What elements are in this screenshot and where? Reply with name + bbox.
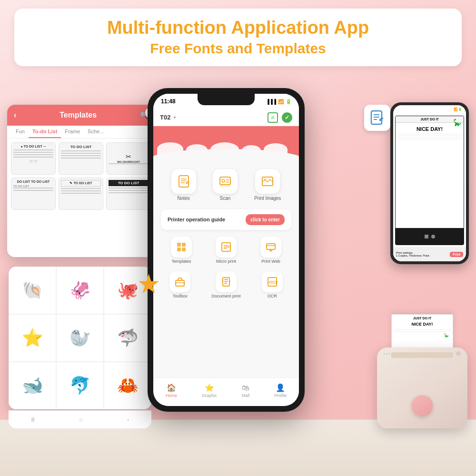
scan-item[interactable]: Scan xyxy=(213,169,238,201)
phone-main-content: Notes Scan xyxy=(153,126,299,377)
toolbox-label: Toolbox xyxy=(173,294,188,298)
tab-frame[interactable]: Frame xyxy=(61,126,84,138)
svg-point-5 xyxy=(222,179,225,182)
template-card-1[interactable]: ● TO DO LIST ··· ♡ ♡ xyxy=(11,142,56,175)
nav-home-label: Home xyxy=(166,393,177,398)
print-web-label: Print Web xyxy=(261,259,280,264)
templates-icon xyxy=(176,242,187,252)
svg-rect-26 xyxy=(224,279,228,280)
nav-profile[interactable]: 👤 Profile xyxy=(274,383,287,398)
print-web-icon xyxy=(266,242,276,252)
tab-fun[interactable]: Fun xyxy=(12,126,29,138)
svg-rect-6 xyxy=(226,179,229,180)
template-card-5[interactable]: ✎ TO DO LIST xyxy=(59,178,103,210)
guide-text: Printer operation guide xyxy=(168,216,225,223)
print-images-item[interactable]: Print Images xyxy=(254,169,281,201)
document-print-icon xyxy=(221,277,231,287)
signal-icon: ▐▐▐ xyxy=(266,99,276,104)
template-card-3[interactable]: ✂ NO:19195511447 xyxy=(106,142,151,175)
notepad-floating-icon xyxy=(364,105,390,131)
micro-print-item[interactable]: Micro print xyxy=(216,237,237,264)
document-print-item[interactable]: Document print xyxy=(211,271,240,298)
printer-topbar-icon[interactable]: 🖨 xyxy=(268,112,278,123)
animal-cell-5: 🦭 xyxy=(56,314,104,362)
templates-item[interactable]: Templates xyxy=(171,237,192,264)
tab-schedule[interactable]: Sche... xyxy=(84,126,108,138)
ocr-label: OCR xyxy=(268,294,277,298)
print-button-sm[interactable]: Print xyxy=(450,252,463,257)
print-web-item[interactable]: Print Web xyxy=(260,237,281,264)
phone-bottom-nav: 🏠 Home ⭐ Graphic 🛍 Mall 👤 Profile xyxy=(153,377,299,406)
ocr-item[interactable]: OCR OCR xyxy=(262,271,283,298)
app-icons-row2: Templates Micr xyxy=(153,234,299,267)
template-card-2[interactable]: TO DO LIST xyxy=(59,142,103,175)
notebook-black-bottom xyxy=(396,228,464,245)
dino-icon: 🦕 xyxy=(453,119,461,126)
svg-text:OCR: OCR xyxy=(269,280,278,285)
animal-cell-2: 🦑 xyxy=(56,267,104,314)
svg-rect-12 xyxy=(182,243,186,247)
printer-body xyxy=(377,347,467,428)
header-banner: Multi-function Application App Free Font… xyxy=(14,9,462,66)
nav-profile-label: Profile xyxy=(274,393,287,398)
animal-cell-9: 🦀 xyxy=(104,362,151,409)
phone-screen: 11:48 ▐▐▐ 📶 🔋 T02 ▼ 🖨 ✓ xyxy=(153,94,299,406)
graphic-nav-icon: ⭐ xyxy=(205,383,214,392)
right-printer: JUST DO IT NICE DAY! 🦕 xyxy=(377,347,467,436)
notepad-svg-icon xyxy=(369,110,386,126)
status-icons: ▐▐▐ 📶 🔋 xyxy=(266,99,291,104)
scan-icon-box xyxy=(213,169,238,194)
tablet-back-button[interactable]: ‹ xyxy=(14,111,16,119)
micro-print-icon xyxy=(221,242,231,252)
nav-mall[interactable]: 🛍 Mall xyxy=(242,384,250,398)
printer-paper-slot xyxy=(391,352,453,358)
print-images-icon xyxy=(261,175,274,188)
animal-cell-8: 🐬 xyxy=(56,362,104,409)
template-card-6[interactable]: TO DO LIST xyxy=(106,178,151,210)
printer-paper-output: JUST DO IT NICE DAY! 🦕 xyxy=(391,314,453,352)
printer-main-button[interactable] xyxy=(412,395,433,416)
tablet-title: Templates xyxy=(60,111,97,119)
scan-icon xyxy=(218,175,232,188)
animal-cell-1: 🐚 xyxy=(9,267,56,314)
animal-nav-square[interactable]: □ xyxy=(80,417,82,422)
guide-enter-button[interactable]: click to enter xyxy=(246,214,285,225)
svg-rect-28 xyxy=(224,283,227,284)
print-images-icon-box xyxy=(255,169,280,194)
nav-graphic[interactable]: ⭐ Graphic xyxy=(202,383,217,398)
paper-just-do-it: JUST DO IT xyxy=(394,317,451,320)
wifi-icon: 📶 xyxy=(278,99,284,104)
print-web-icon-box xyxy=(260,237,281,258)
animal-grid: 🐚 🦑 🐙 ⭐ 🦭 🦈 🐋 🐬 🦀 xyxy=(9,267,151,409)
tablet-tabs: Fun To-do List Frame Sche... xyxy=(7,126,155,139)
printer-speaker xyxy=(384,353,390,355)
nav-home[interactable]: 🏠 Home xyxy=(166,383,177,398)
micro-print-icon-box xyxy=(216,237,237,258)
toolbox-item[interactable]: Toolbox xyxy=(169,271,190,298)
printer-top-btn xyxy=(456,351,461,356)
svg-rect-11 xyxy=(177,243,181,247)
tab-todo[interactable]: To-do List xyxy=(29,126,61,138)
hole-1 xyxy=(425,235,428,238)
right-phone-screen: 📶🔋 JUST DO IT NICE DAY! 🦕 xyxy=(393,105,466,261)
svg-rect-19 xyxy=(267,244,275,249)
center-phone: 11:48 ▐▐▐ 📶 🔋 T02 ▼ 🖨 ✓ xyxy=(148,88,305,412)
mall-nav-icon: 🛍 xyxy=(242,384,249,392)
templates-tablet: ‹ Templates 🔍 Fun To-do List Frame Sche.… xyxy=(7,105,155,257)
document-print-icon-box xyxy=(216,271,237,292)
topbar-icons: 🖨 ✓ xyxy=(268,112,292,123)
notes-item[interactable]: Notes xyxy=(171,169,196,201)
svg-point-10 xyxy=(264,178,266,180)
ocr-icon-box: OCR xyxy=(262,271,283,292)
template-card-4[interactable]: DO LIST TO DO LIST TO DO LIST xyxy=(11,178,56,210)
svg-rect-0 xyxy=(179,176,188,187)
check-icon[interactable]: ✓ xyxy=(282,112,292,123)
header-title-line1: Multi-function Application App xyxy=(29,17,447,39)
cloud-4 xyxy=(242,145,261,156)
animal-nav-back[interactable]: ‹ xyxy=(128,417,129,422)
right-phone: 📶🔋 JUST DO IT NICE DAY! 🦕 xyxy=(390,102,469,264)
print-images-label: Print Images xyxy=(254,196,281,201)
right-phone-status: 📶🔋 xyxy=(393,105,466,114)
svg-rect-27 xyxy=(224,281,228,282)
animal-nav-home[interactable]: ☰ xyxy=(31,417,35,422)
